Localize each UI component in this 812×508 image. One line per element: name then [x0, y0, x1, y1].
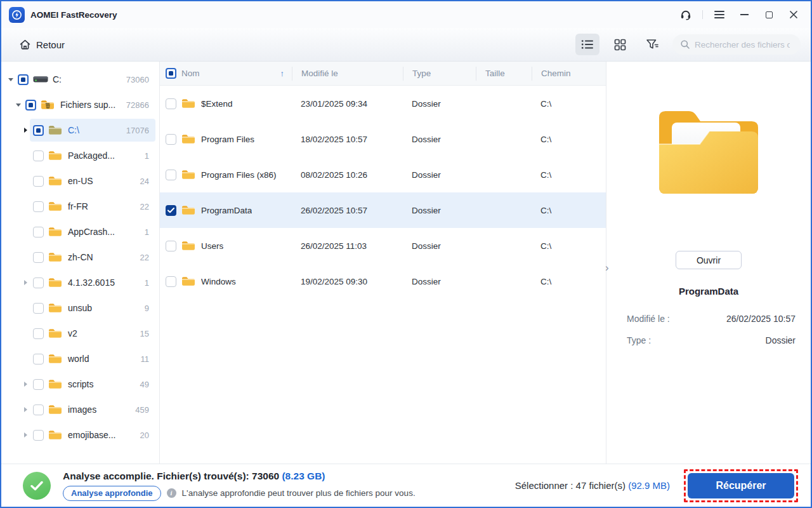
table-row-users[interactable]: Users26/02/2025 11:03DossierC:\ [160, 228, 606, 264]
sidebar-item-fr-fr[interactable]: fr-FR22 [1, 194, 159, 219]
table-row-windows[interactable]: Windows19/02/2025 09:30DossierC:\ [160, 264, 606, 299]
tree-item-body[interactable]: Packaged...1 [30, 144, 155, 167]
expand-arrow-icon[interactable] [22, 432, 30, 438]
table-row-program-files[interactable]: Program Files18/02/2025 10:57DossierC:\ [160, 121, 606, 157]
support-headset-icon[interactable] [678, 6, 694, 23]
recover-button[interactable]: Récupérer [688, 473, 794, 498]
sidebar-item-world[interactable]: world11 [1, 346, 159, 371]
list-view-button[interactable] [575, 34, 599, 55]
file-path: C:\ [532, 277, 606, 286]
table-row-program-files-x86[interactable]: Program Files (x86)08/02/2025 10:26Dossi… [160, 157, 606, 192]
tree-checkbox[interactable] [33, 328, 44, 339]
row-checkbox[interactable] [166, 205, 176, 216]
table-row-programdata[interactable]: ProgramData26/02/2025 10:57DossierC:\ [160, 192, 606, 228]
tree-item-body[interactable]: C:73060 [15, 68, 155, 91]
tree-item-label: zh-CN [68, 252, 93, 262]
sidebar-item-emojibase[interactable]: emojibase...20 [1, 422, 159, 448]
tree-item-body[interactable]: Fichiers sup...72866 [22, 93, 155, 116]
tree-item-body[interactable]: AppCrash...1 [30, 220, 155, 243]
tree-checkbox[interactable] [33, 227, 44, 237]
tree-item-body[interactable]: world11 [30, 347, 155, 370]
tree-checkbox[interactable] [33, 125, 44, 136]
tree-item-body[interactable]: emojibase...20 [30, 424, 155, 446]
expand-arrow-icon[interactable] [22, 280, 30, 285]
tree-item-body[interactable]: zh-CN22 [30, 246, 155, 269]
app-title: AOMEI FastRecovery [30, 10, 117, 20]
tree-item-body[interactable]: images459 [30, 398, 155, 421]
tree-checkbox[interactable] [33, 150, 44, 161]
sidebar-item-packaged[interactable]: Packaged...1 [1, 143, 159, 168]
tree-checkbox[interactable] [33, 252, 44, 263]
sidebar-item-c[interactable]: C:\17076 [1, 117, 159, 143]
column-header-taille[interactable]: Taille [476, 67, 532, 81]
sidebar-item-zh-cn[interactable]: zh-CN22 [1, 244, 159, 270]
tree-item-body[interactable]: en-US24 [30, 170, 155, 192]
sidebar-item-4-1-32-6015[interactable]: 4.1.32.60151 [1, 270, 159, 295]
expand-arrow-icon[interactable] [6, 78, 15, 81]
tree-item-label: Packaged... [68, 150, 115, 161]
tree-item-body[interactable]: C:\17076 [30, 119, 155, 142]
expand-arrow-icon[interactable] [22, 407, 30, 412]
app-window: AOMEI FastRecovery [0, 0, 812, 508]
sidebar-item-appcrash[interactable]: AppCrash...1 [1, 219, 159, 244]
tree-item-body[interactable]: 4.1.32.60151 [30, 271, 155, 294]
tree-checkbox[interactable] [33, 354, 44, 364]
file-type: Dossier [403, 135, 476, 144]
hamburger-menu-icon[interactable] [711, 6, 728, 23]
tree-item-body[interactable]: v215 [30, 322, 155, 345]
search-box[interactable] [672, 34, 801, 55]
tree-item-body[interactable]: unsub9 [30, 297, 155, 319]
tree-checkbox[interactable] [33, 379, 44, 390]
row-checkbox[interactable] [166, 98, 176, 109]
tree-item-body[interactable]: scripts49 [30, 373, 155, 396]
column-header-type[interactable]: Type [403, 67, 476, 81]
row-checkbox[interactable] [166, 276, 176, 287]
tree-checkbox[interactable] [33, 277, 44, 288]
title-bar: AOMEI FastRecovery [1, 1, 811, 28]
sort-ascending-icon[interactable]: ↑ [280, 69, 285, 78]
row-checkbox[interactable] [166, 170, 176, 180]
close-icon[interactable] [785, 6, 802, 23]
open-button[interactable]: Ouvrir [676, 251, 742, 269]
table-row-extend[interactable]: $Extend23/01/2025 09:34DossierC:\ [160, 86, 606, 121]
search-input[interactable] [695, 40, 790, 50]
sidebar-item-c[interactable]: C:73060 [1, 67, 159, 92]
tree-checkbox[interactable] [33, 176, 44, 187]
tree-checkbox[interactable] [33, 303, 44, 314]
tree-checkbox[interactable] [18, 74, 29, 85]
status-bar: Analyse accomplie. Fichier(s) trouvé(s):… [1, 464, 811, 507]
tree-item-body[interactable]: fr-FR22 [30, 195, 155, 218]
column-header-modifie[interactable]: Modifié le [292, 67, 403, 81]
folder-icon [48, 404, 63, 415]
select-all-checkbox[interactable] [166, 68, 176, 79]
tree-checkbox[interactable] [33, 404, 44, 415]
folder-icon [181, 276, 195, 287]
sidebar-item-fichiers-sup[interactable]: Fichiers sup...72866 [1, 92, 159, 117]
column-header-chemin[interactable]: Chemin [532, 67, 606, 81]
sidebar-item-scripts[interactable]: scripts49 [1, 371, 159, 397]
column-header-nom[interactable]: Nom ↑ [181, 67, 292, 81]
file-type: Dossier [403, 170, 476, 180]
tree-checkbox[interactable] [33, 201, 44, 212]
tree-item-count: 11 [141, 354, 150, 364]
expand-arrow-icon[interactable] [22, 128, 30, 133]
tree-checkbox[interactable] [25, 100, 36, 110]
preview-file-name: ProgramData [679, 286, 738, 297]
sidebar-item-images[interactable]: images459 [1, 397, 159, 422]
row-checkbox[interactable] [166, 241, 176, 251]
sidebar-item-v2[interactable]: v215 [1, 321, 159, 346]
deep-scan-button[interactable]: Analyse approfondie [63, 486, 161, 501]
back-button[interactable]: Retour [19, 39, 65, 50]
expand-arrow-icon[interactable] [14, 104, 22, 107]
maximize-icon[interactable] [761, 6, 777, 23]
grid-view-button[interactable] [608, 34, 632, 55]
filter-icon[interactable] [640, 34, 664, 55]
collapse-panel-chevron-icon[interactable]: › [605, 262, 609, 273]
sidebar-item-en-us[interactable]: en-US24 [1, 168, 159, 194]
row-checkbox[interactable] [166, 134, 176, 145]
tree-checkbox[interactable] [33, 430, 44, 441]
sidebar-item-unsub[interactable]: unsub9 [1, 295, 159, 321]
minimize-icon[interactable] [736, 6, 752, 23]
expand-arrow-icon[interactable] [22, 382, 30, 387]
folder-icon [48, 226, 63, 237]
